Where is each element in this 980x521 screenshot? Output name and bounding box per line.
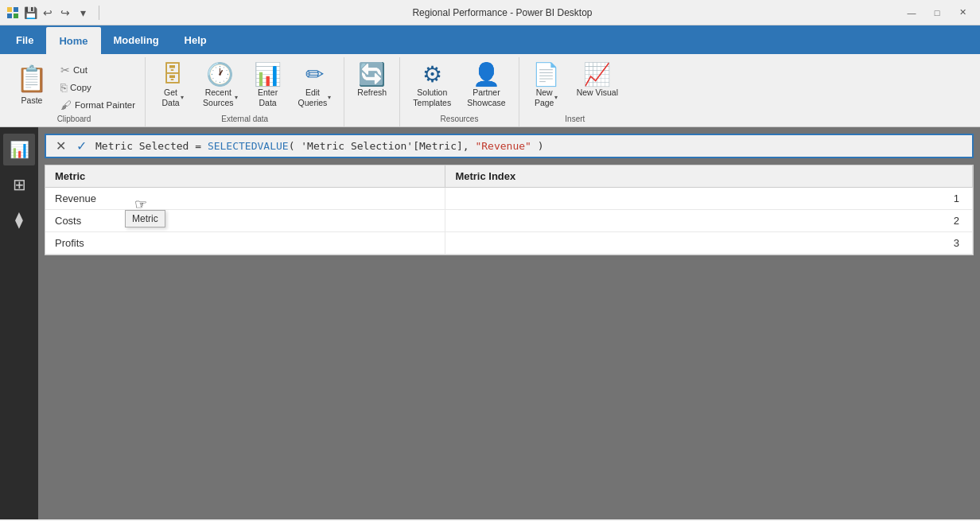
edit-queries-label: EditQueries	[298, 87, 328, 107]
report-view-icon: 📊	[10, 140, 29, 159]
undo-button[interactable]: ↩	[41, 6, 54, 19]
clipboard-small-btns: ✂ Cut ⎘ Copy 🖌 Format Painter	[57, 60, 138, 113]
table-row[interactable]: Costs 2	[45, 210, 973, 232]
tab-home[interactable]: Home	[46, 27, 100, 54]
refresh-label: Refresh	[357, 87, 387, 98]
cut-label: Cut	[73, 65, 88, 75]
recent-sources-arrow: ▾	[235, 94, 238, 102]
formula-cancel-button[interactable]: ✕	[52, 138, 68, 154]
refresh-icon: 🔄	[358, 64, 386, 86]
cell-metric-2: Costs	[45, 210, 445, 232]
recent-sources-label: RecentSources	[203, 87, 234, 107]
new-visual-icon: 📈	[583, 64, 611, 86]
redo-button[interactable]: ↪	[59, 6, 72, 19]
get-data-label-wrap: GetData ▾	[161, 87, 183, 107]
paste-label: Paste	[21, 95, 43, 105]
table-row[interactable]: Revenue 1	[45, 188, 973, 210]
recent-sources-label-wrap: RecentSources ▾	[203, 87, 238, 107]
recent-sources-icon: 🕐	[206, 64, 234, 86]
formula-text[interactable]: Metric Selected = SELECTEDVALUE( 'Metric…	[95, 140, 966, 152]
formula-confirm-button[interactable]: ✓	[73, 138, 89, 154]
tab-file[interactable]: File	[3, 25, 46, 54]
formula-bar: ✕ ✓ Metric Selected = SELECTEDVALUE( 'Me…	[45, 134, 974, 158]
app-body: 📊 ⊞ ⧫ ✕ ✓ Metric Selected = SELECTEDVALU…	[0, 127, 980, 519]
cell-metric-1: Revenue	[45, 188, 445, 210]
new-visual-button[interactable]: 📈 New Visual	[570, 60, 624, 101]
resources-group-label: Resources	[406, 113, 511, 126]
svg-rect-2	[7, 14, 12, 18]
cell-metric-3: Profits	[45, 232, 445, 255]
format-painter-icon: 🖌	[60, 99, 72, 111]
data-table-wrapper: Metric Metric Index Revenue 1 Costs 2 Pr…	[45, 165, 974, 255]
model-view-icon: ⧫	[15, 210, 23, 229]
insert-group: 📄 NewPage ▾ 📈 New Visual Insert	[519, 57, 631, 126]
external-data-group: 🗄 GetData ▾ 🕐 RecentSources ▾ 📊 EnterDat…	[146, 57, 344, 126]
main-content: ✕ ✓ Metric Selected = SELECTEDVALUE( 'Me…	[38, 127, 980, 519]
edit-queries-label-wrap: EditQueries ▾	[298, 87, 332, 107]
cell-index-3: 3	[445, 232, 973, 255]
resources-content: ⚙ SolutionTemplates 👤 PartnerShowcase	[406, 57, 511, 113]
sidebar-model-view[interactable]: ⧫	[3, 204, 35, 235]
insert-group-label: Insert	[526, 113, 624, 126]
enter-data-icon: 📊	[254, 64, 282, 86]
edit-queries-button[interactable]: ✏ EditQueries ▾	[292, 60, 338, 111]
svg-rect-3	[14, 14, 18, 18]
enter-data-button[interactable]: 📊 EnterData	[247, 60, 289, 111]
solution-templates-icon: ⚙	[422, 64, 442, 86]
quick-access-dropdown[interactable]: ▾	[76, 6, 89, 19]
cut-button[interactable]: ✂ Cut	[57, 62, 138, 78]
get-data-arrow: ▾	[181, 94, 184, 102]
refresh-content: 🔄 Refresh	[351, 57, 393, 113]
col-header-metric[interactable]: Metric	[45, 165, 445, 188]
sidebar-data-view[interactable]: ⊞	[3, 169, 35, 200]
tab-modeling[interactable]: Modeling	[101, 25, 172, 54]
partner-showcase-button[interactable]: 👤 PartnerShowcase	[461, 60, 511, 111]
format-painter-label: Format Painter	[75, 100, 135, 110]
formula-actions: ✕ ✓	[52, 138, 89, 154]
clipboard-group: 📋 Paste ✂ Cut ⎘ Copy 🖌 Format Painter Cl…	[3, 57, 146, 126]
enter-data-label: EnterData	[258, 87, 278, 107]
maximize-button[interactable]: □	[926, 5, 948, 21]
solution-templates-button[interactable]: ⚙ SolutionTemplates	[406, 60, 457, 111]
refresh-group: 🔄 Refresh	[344, 57, 400, 126]
minimize-button[interactable]: —	[900, 5, 923, 21]
ribbon-body: 📋 Paste ✂ Cut ⎘ Copy 🖌 Format Painter Cl…	[0, 54, 980, 127]
edit-queries-icon: ✏	[305, 64, 324, 86]
clipboard-group-label: Clipboard	[10, 113, 138, 126]
title-bar: 💾 ↩ ↪ ▾ Regional Performance - Power BI …	[0, 0, 980, 25]
new-page-arrow: ▾	[554, 94, 558, 102]
window-controls[interactable]: — □ ✕	[900, 5, 974, 21]
table-row[interactable]: Profits 3	[45, 232, 973, 255]
separator	[99, 6, 99, 20]
formula-string-val: "Revenue"	[475, 140, 531, 152]
formula-func-name: SELECTEDVALUE	[208, 140, 289, 152]
copy-icon: ⎘	[60, 81, 67, 94]
insert-content: 📄 NewPage ▾ 📈 New Visual	[526, 57, 624, 113]
new-page-button[interactable]: 📄 NewPage ▾	[526, 60, 567, 111]
data-view-icon: ⊞	[13, 175, 26, 194]
solution-templates-label: SolutionTemplates	[413, 87, 451, 107]
refresh-button[interactable]: 🔄 Refresh	[351, 60, 393, 101]
recent-sources-button[interactable]: 🕐 RecentSources ▾	[196, 60, 244, 111]
window-title: Regional Performance - Power BI Desktop	[104, 7, 900, 18]
sidebar-report-view[interactable]: 📊	[3, 134, 35, 165]
copy-button[interactable]: ⎘ Copy	[57, 80, 138, 95]
partner-showcase-icon: 👤	[472, 64, 500, 86]
tab-help[interactable]: Help	[172, 25, 220, 54]
save-button[interactable]: 💾	[24, 6, 37, 19]
data-table: Metric Metric Index Revenue 1 Costs 2 Pr…	[45, 165, 973, 255]
col-header-metric-index[interactable]: Metric Index	[445, 165, 973, 188]
format-painter-button[interactable]: 🖌 Format Painter	[57, 97, 138, 113]
edit-queries-arrow: ▾	[328, 94, 331, 102]
quick-access-toolbar[interactable]: 💾 ↩ ↪ ▾	[6, 6, 104, 20]
formula-field-name: Metric Selected =	[95, 140, 208, 152]
close-button[interactable]: ✕	[951, 5, 974, 21]
get-data-button[interactable]: 🗄 GetData ▾	[152, 60, 193, 111]
cell-index-2: 2	[445, 210, 973, 232]
new-visual-label: New Visual	[577, 87, 618, 98]
external-data-group-label: External data	[152, 113, 337, 126]
paste-button[interactable]: 📋 Paste	[10, 60, 54, 113]
svg-rect-1	[14, 7, 18, 12]
external-data-content: 🗄 GetData ▾ 🕐 RecentSources ▾ 📊 EnterDat…	[152, 57, 337, 113]
paste-icon: 📋	[16, 64, 48, 94]
